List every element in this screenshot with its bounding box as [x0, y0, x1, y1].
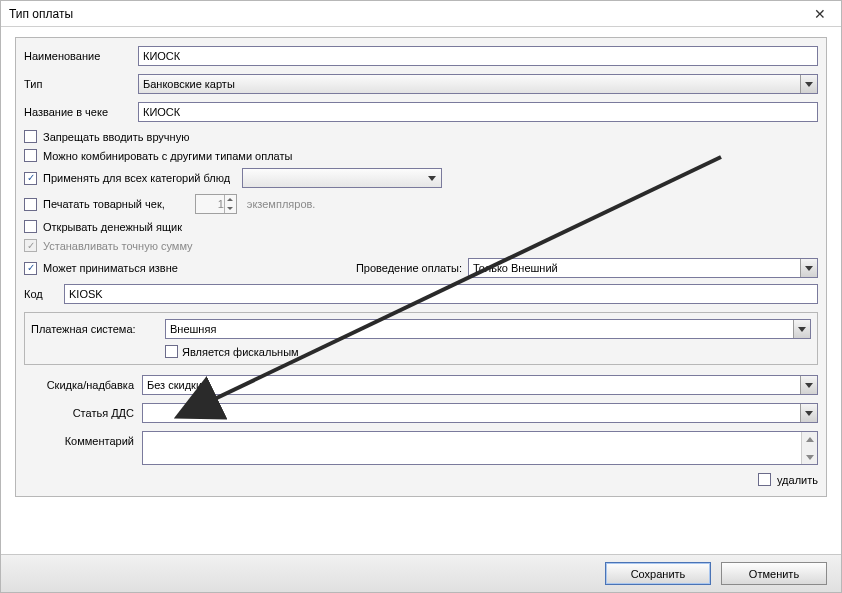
- combinable-checkbox[interactable]: [24, 149, 37, 162]
- form-panel: Наименование Тип Банковские карты Назван…: [15, 37, 827, 497]
- discount-value: Без скидки: [147, 379, 202, 391]
- payment-type-dialog: Тип оплаты ✕ Наименование Тип Банковские…: [0, 0, 842, 593]
- chevron-down-icon: [793, 320, 810, 338]
- scrollbar[interactable]: [801, 432, 817, 464]
- accept-external-checkbox[interactable]: [24, 262, 37, 275]
- open-drawer-label: Открывать денежный ящик: [41, 221, 182, 233]
- spinner-arrows: [224, 195, 236, 213]
- close-button[interactable]: ✕: [805, 4, 835, 24]
- is-fiscal-checkbox[interactable]: [165, 345, 178, 358]
- dialog-footer: Сохранить Отменить: [1, 554, 841, 592]
- scroll-down-icon[interactable]: [802, 450, 817, 464]
- chevron-down-icon: [800, 404, 817, 422]
- name-input[interactable]: [138, 46, 818, 66]
- discount-select[interactable]: Без скидки: [142, 375, 818, 395]
- label-code: Код: [24, 288, 64, 300]
- chevron-down-icon[interactable]: [225, 204, 236, 213]
- label-name: Наименование: [24, 50, 138, 62]
- chevron-down-icon: [800, 259, 817, 277]
- chevron-down-icon: [800, 75, 817, 93]
- label-comment: Комментарий: [24, 431, 142, 447]
- combinable-label: Можно комбинировать с другими типами опл…: [41, 150, 292, 162]
- forbid-manual-checkbox[interactable]: [24, 130, 37, 143]
- cancel-button[interactable]: Отменить: [721, 562, 827, 585]
- category-select[interactable]: [242, 168, 442, 188]
- label-payment-system: Платежная система:: [31, 323, 165, 335]
- payment-system-value: Внешняя: [170, 323, 216, 335]
- type-select-value: Банковские карты: [143, 78, 235, 90]
- is-fiscal-label: Является фискальным: [178, 346, 299, 358]
- payment-system-select[interactable]: Внешняя: [165, 319, 811, 339]
- exact-amount-checkbox: [24, 239, 37, 252]
- copies-suffix: экземпляров.: [247, 198, 316, 210]
- label-dds: Статья ДДС: [24, 407, 142, 419]
- type-select[interactable]: Банковские карты: [138, 74, 818, 94]
- code-input[interactable]: [64, 284, 818, 304]
- label-type: Тип: [24, 78, 138, 90]
- titlebar: Тип оплаты ✕: [1, 1, 841, 27]
- payment-mode-select[interactable]: Только Внешний: [468, 258, 818, 278]
- chevron-down-icon: [425, 171, 439, 185]
- label-name-in-check: Название в чеке: [24, 106, 138, 118]
- open-drawer-checkbox[interactable]: [24, 220, 37, 233]
- name-in-check-input[interactable]: [138, 102, 818, 122]
- chevron-down-icon: [800, 376, 817, 394]
- all-categories-label: Применять для всех категорий блюд: [41, 172, 230, 184]
- label-discount: Скидка/надбавка: [24, 379, 142, 391]
- accept-external-label: Может приниматься извне: [37, 262, 178, 274]
- chevron-up-icon[interactable]: [225, 195, 236, 204]
- delete-checkbox[interactable]: [758, 473, 771, 486]
- delete-label: удалить: [775, 474, 818, 486]
- label-payment-mode: Проведение оплаты:: [356, 262, 462, 274]
- window-title: Тип оплаты: [9, 7, 73, 21]
- all-categories-checkbox[interactable]: [24, 172, 37, 185]
- dds-select[interactable]: [142, 403, 818, 423]
- save-button[interactable]: Сохранить: [605, 562, 711, 585]
- exact-amount-label: Устанавливать точную сумму: [41, 240, 193, 252]
- payment-system-panel: Платежная система: Внешняя Является фиск…: [24, 312, 818, 365]
- content-area: Наименование Тип Банковские карты Назван…: [1, 27, 841, 554]
- forbid-manual-label: Запрещать вводить вручную: [41, 131, 189, 143]
- copies-spinner[interactable]: 1: [195, 194, 237, 214]
- print-receipt-label: Печатать товарный чек,: [41, 198, 165, 210]
- scroll-up-icon[interactable]: [802, 432, 817, 446]
- comment-textarea[interactable]: [142, 431, 818, 465]
- payment-mode-value: Только Внешний: [473, 262, 558, 274]
- close-icon: ✕: [814, 6, 826, 22]
- print-receipt-checkbox[interactable]: [24, 198, 37, 211]
